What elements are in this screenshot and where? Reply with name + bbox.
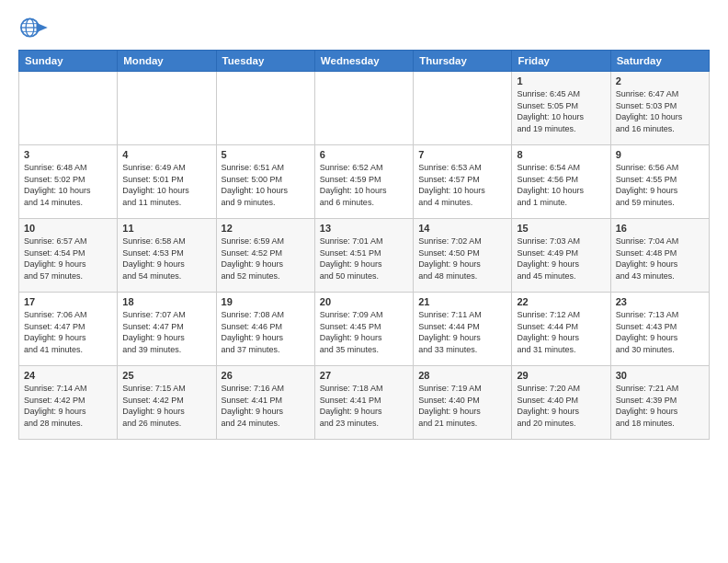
day-number: 29 xyxy=(517,370,605,381)
calendar-cell: 30Sunrise: 7:21 AM Sunset: 4:39 PM Dayli… xyxy=(610,366,709,440)
day-info: Sunrise: 7:18 AM Sunset: 4:41 PM Dayligh… xyxy=(320,383,408,429)
day-number: 27 xyxy=(320,370,408,381)
day-number: 30 xyxy=(616,370,704,381)
weekday-header: Tuesday xyxy=(216,51,314,72)
day-number: 26 xyxy=(222,370,310,381)
day-number: 24 xyxy=(24,370,112,381)
calendar-week-row: 10Sunrise: 6:57 AM Sunset: 4:54 PM Dayli… xyxy=(19,219,710,293)
day-number: 16 xyxy=(616,223,704,234)
day-info: Sunrise: 6:53 AM Sunset: 4:57 PM Dayligh… xyxy=(418,162,506,208)
day-number: 19 xyxy=(222,296,310,307)
day-number: 14 xyxy=(418,223,506,234)
day-info: Sunrise: 6:45 AM Sunset: 5:05 PM Dayligh… xyxy=(517,88,605,134)
day-info: Sunrise: 7:16 AM Sunset: 4:41 PM Dayligh… xyxy=(222,383,310,429)
calendar-cell xyxy=(314,72,413,145)
day-info: Sunrise: 7:19 AM Sunset: 4:40 PM Dayligh… xyxy=(418,383,506,429)
calendar-cell: 19Sunrise: 7:08 AM Sunset: 4:46 PM Dayli… xyxy=(216,293,314,366)
header xyxy=(18,15,710,40)
day-number: 17 xyxy=(24,296,112,307)
day-info: Sunrise: 7:03 AM Sunset: 4:49 PM Dayligh… xyxy=(517,236,605,282)
weekday-row: SundayMondayTuesdayWednesdayThursdayFrid… xyxy=(19,51,710,72)
calendar-cell: 5Sunrise: 6:51 AM Sunset: 5:00 PM Daylig… xyxy=(216,145,314,219)
day-info: Sunrise: 7:20 AM Sunset: 4:40 PM Dayligh… xyxy=(517,383,605,429)
calendar-cell: 21Sunrise: 7:11 AM Sunset: 4:44 PM Dayli… xyxy=(414,293,512,366)
calendar-cell: 29Sunrise: 7:20 AM Sunset: 4:40 PM Dayli… xyxy=(512,366,610,440)
day-number: 25 xyxy=(122,370,210,381)
day-info: Sunrise: 6:51 AM Sunset: 5:00 PM Dayligh… xyxy=(222,162,310,208)
day-info: Sunrise: 7:09 AM Sunset: 4:45 PM Dayligh… xyxy=(320,309,408,355)
day-info: Sunrise: 7:12 AM Sunset: 4:44 PM Dayligh… xyxy=(517,309,605,355)
day-info: Sunrise: 6:54 AM Sunset: 4:56 PM Dayligh… xyxy=(517,162,605,208)
day-info: Sunrise: 7:07 AM Sunset: 4:47 PM Dayligh… xyxy=(122,309,210,355)
calendar-cell: 18Sunrise: 7:07 AM Sunset: 4:47 PM Dayli… xyxy=(118,293,216,366)
day-info: Sunrise: 6:56 AM Sunset: 4:55 PM Dayligh… xyxy=(616,162,704,208)
calendar-cell: 3Sunrise: 6:48 AM Sunset: 5:02 PM Daylig… xyxy=(19,145,118,219)
day-number: 28 xyxy=(418,370,506,381)
day-number: 6 xyxy=(320,149,408,160)
calendar-cell: 2Sunrise: 6:47 AM Sunset: 5:03 PM Daylig… xyxy=(610,72,709,145)
calendar-cell: 4Sunrise: 6:49 AM Sunset: 5:01 PM Daylig… xyxy=(118,145,216,219)
day-number: 22 xyxy=(517,296,605,307)
day-info: Sunrise: 7:08 AM Sunset: 4:46 PM Dayligh… xyxy=(222,309,310,355)
calendar-cell: 15Sunrise: 7:03 AM Sunset: 4:49 PM Dayli… xyxy=(512,219,610,293)
day-number: 1 xyxy=(517,75,605,86)
day-number: 5 xyxy=(222,149,310,160)
day-info: Sunrise: 7:13 AM Sunset: 4:43 PM Dayligh… xyxy=(616,309,704,355)
calendar-cell xyxy=(19,72,118,145)
calendar-cell: 6Sunrise: 6:52 AM Sunset: 4:59 PM Daylig… xyxy=(314,145,413,219)
calendar-cell: 14Sunrise: 7:02 AM Sunset: 4:50 PM Dayli… xyxy=(414,219,512,293)
calendar-cell: 11Sunrise: 6:58 AM Sunset: 4:53 PM Dayli… xyxy=(118,219,216,293)
calendar-cell: 10Sunrise: 6:57 AM Sunset: 4:54 PM Dayli… xyxy=(19,219,118,293)
calendar-cell: 20Sunrise: 7:09 AM Sunset: 4:45 PM Dayli… xyxy=(314,293,413,366)
weekday-header: Wednesday xyxy=(314,51,413,72)
day-number: 12 xyxy=(222,223,310,234)
day-info: Sunrise: 6:49 AM Sunset: 5:01 PM Dayligh… xyxy=(122,162,210,208)
day-number: 13 xyxy=(320,223,408,234)
calendar-cell: 26Sunrise: 7:16 AM Sunset: 4:41 PM Dayli… xyxy=(216,366,314,440)
day-number: 20 xyxy=(320,296,408,307)
day-info: Sunrise: 7:14 AM Sunset: 4:42 PM Dayligh… xyxy=(24,383,112,429)
day-info: Sunrise: 7:04 AM Sunset: 4:48 PM Dayligh… xyxy=(616,236,704,282)
weekday-header: Thursday xyxy=(414,51,512,72)
calendar-cell: 28Sunrise: 7:19 AM Sunset: 4:40 PM Dayli… xyxy=(414,366,512,440)
day-number: 11 xyxy=(122,223,210,234)
calendar-cell: 16Sunrise: 7:04 AM Sunset: 4:48 PM Dayli… xyxy=(610,219,709,293)
logo-icon xyxy=(18,15,48,40)
weekday-header: Friday xyxy=(512,51,610,72)
calendar-cell xyxy=(414,72,512,145)
day-number: 2 xyxy=(616,75,704,86)
calendar-week-row: 1Sunrise: 6:45 AM Sunset: 5:05 PM Daylig… xyxy=(19,72,710,145)
calendar-cell: 8Sunrise: 6:54 AM Sunset: 4:56 PM Daylig… xyxy=(512,145,610,219)
calendar-cell: 7Sunrise: 6:53 AM Sunset: 4:57 PM Daylig… xyxy=(414,145,512,219)
day-info: Sunrise: 7:01 AM Sunset: 4:51 PM Dayligh… xyxy=(320,236,408,282)
day-info: Sunrise: 7:11 AM Sunset: 4:44 PM Dayligh… xyxy=(418,309,506,355)
day-number: 23 xyxy=(616,296,704,307)
day-number: 4 xyxy=(122,149,210,160)
calendar-cell: 9Sunrise: 6:56 AM Sunset: 4:55 PM Daylig… xyxy=(610,145,709,219)
day-number: 21 xyxy=(418,296,506,307)
weekday-header: Saturday xyxy=(610,51,709,72)
calendar-cell xyxy=(118,72,216,145)
day-number: 10 xyxy=(24,223,112,234)
day-number: 3 xyxy=(24,149,112,160)
calendar-cell: 13Sunrise: 7:01 AM Sunset: 4:51 PM Dayli… xyxy=(314,219,413,293)
day-info: Sunrise: 7:15 AM Sunset: 4:42 PM Dayligh… xyxy=(122,383,210,429)
calendar-cell: 17Sunrise: 7:06 AM Sunset: 4:47 PM Dayli… xyxy=(19,293,118,366)
calendar-week-row: 3Sunrise: 6:48 AM Sunset: 5:02 PM Daylig… xyxy=(19,145,710,219)
calendar-cell: 22Sunrise: 7:12 AM Sunset: 4:44 PM Dayli… xyxy=(512,293,610,366)
calendar-body: 1Sunrise: 6:45 AM Sunset: 5:05 PM Daylig… xyxy=(19,72,710,440)
day-info: Sunrise: 7:21 AM Sunset: 4:39 PM Dayligh… xyxy=(616,383,704,429)
day-info: Sunrise: 6:48 AM Sunset: 5:02 PM Dayligh… xyxy=(24,162,112,208)
calendar-cell: 1Sunrise: 6:45 AM Sunset: 5:05 PM Daylig… xyxy=(512,72,610,145)
calendar-cell: 25Sunrise: 7:15 AM Sunset: 4:42 PM Dayli… xyxy=(118,366,216,440)
day-info: Sunrise: 6:52 AM Sunset: 4:59 PM Dayligh… xyxy=(320,162,408,208)
calendar-header: SundayMondayTuesdayWednesdayThursdayFrid… xyxy=(19,51,710,72)
day-info: Sunrise: 7:06 AM Sunset: 4:47 PM Dayligh… xyxy=(24,309,112,355)
calendar-cell: 12Sunrise: 6:59 AM Sunset: 4:52 PM Dayli… xyxy=(216,219,314,293)
day-number: 15 xyxy=(517,223,605,234)
calendar-cell: 27Sunrise: 7:18 AM Sunset: 4:41 PM Dayli… xyxy=(314,366,413,440)
day-number: 8 xyxy=(517,149,605,160)
calendar-week-row: 17Sunrise: 7:06 AM Sunset: 4:47 PM Dayli… xyxy=(19,293,710,366)
weekday-header: Sunday xyxy=(19,51,118,72)
calendar-cell: 24Sunrise: 7:14 AM Sunset: 4:42 PM Dayli… xyxy=(19,366,118,440)
